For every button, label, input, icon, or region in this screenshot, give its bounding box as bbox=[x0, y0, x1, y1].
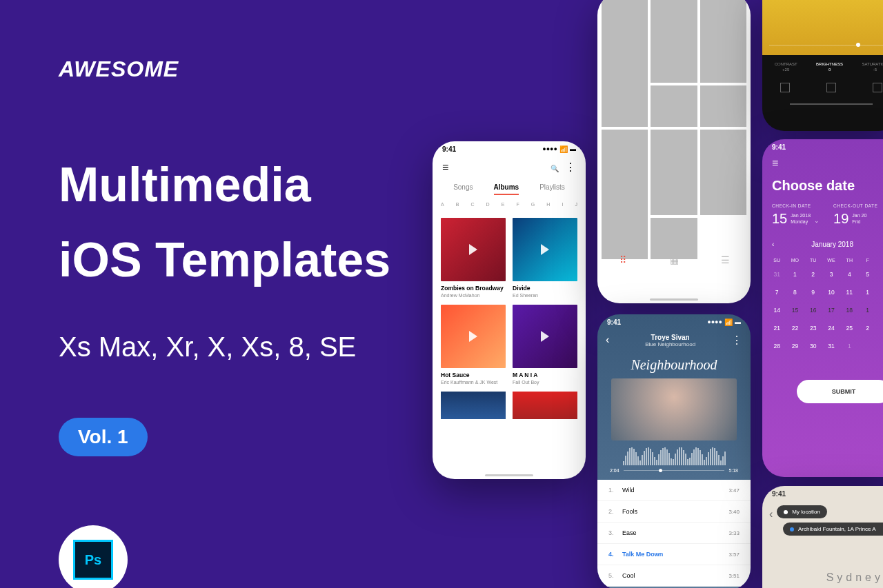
play-icon[interactable] bbox=[513, 305, 577, 368]
photo-thumb[interactable] bbox=[602, 130, 648, 259]
alpha-index[interactable]: ABCDEFGHIJ bbox=[433, 198, 586, 211]
photo-thumb[interactable] bbox=[602, 0, 648, 127]
track-row[interactable]: 2. Fools 3:40 bbox=[597, 501, 751, 523]
photoshop-icon: Ps bbox=[59, 525, 128, 588]
photo-thumb[interactable] bbox=[651, 130, 697, 215]
calendar-day[interactable]: 10 bbox=[822, 283, 840, 301]
calendar-day[interactable]: 25 bbox=[840, 319, 858, 337]
more-icon[interactable] bbox=[731, 334, 742, 347]
search-icon[interactable] bbox=[550, 161, 559, 173]
alpha-letter[interactable]: F bbox=[516, 202, 519, 207]
photo-thumb[interactable] bbox=[700, 0, 746, 83]
calendar-day[interactable]: 1 bbox=[786, 265, 804, 283]
checkout-block[interactable]: CHECK-OUT DATE 19Jan 20Frid bbox=[833, 203, 877, 227]
origin-label: My location bbox=[792, 509, 820, 515]
grid-icon[interactable]: ⠿ bbox=[618, 255, 628, 265]
tile-icon[interactable]: ▦ bbox=[669, 255, 679, 265]
calendar-day[interactable]: 16 bbox=[804, 301, 822, 319]
alpha-letter[interactable]: A bbox=[441, 202, 444, 207]
tab-albums[interactable]: Albums bbox=[494, 183, 519, 195]
more-icon[interactable] bbox=[565, 161, 576, 173]
calendar-day[interactable]: 2 bbox=[858, 319, 876, 337]
album-peek[interactable] bbox=[441, 392, 506, 419]
crop-icon[interactable] bbox=[780, 83, 790, 92]
track-row[interactable]: 4. Talk Me Down 3:57 bbox=[597, 544, 751, 565]
alpha-letter[interactable]: C bbox=[470, 202, 474, 207]
album-cell[interactable]: Zombies on Broadway Andrew McMahon bbox=[441, 218, 506, 298]
calendar-day[interactable]: 31 bbox=[768, 265, 786, 283]
play-icon[interactable] bbox=[441, 305, 506, 368]
alpha-letter[interactable]: B bbox=[456, 202, 459, 207]
alpha-letter[interactable]: H bbox=[546, 202, 550, 207]
calendar-day[interactable]: 1 bbox=[840, 337, 858, 355]
track-row[interactable]: 3. Ease 3:33 bbox=[597, 523, 751, 544]
value-slider[interactable] bbox=[769, 45, 883, 45]
calendar-day[interactable]: 31 bbox=[822, 337, 840, 355]
month-label: January 2018 bbox=[811, 241, 853, 248]
filter-icon[interactable] bbox=[873, 83, 882, 92]
calendar-day[interactable]: 1 bbox=[858, 301, 876, 319]
calendar-day[interactable]: 29 bbox=[786, 337, 804, 355]
back-icon[interactable] bbox=[769, 508, 773, 520]
play-icon[interactable] bbox=[513, 218, 577, 281]
track-row[interactable]: 1. Wild 3:47 bbox=[597, 480, 751, 501]
tab-songs[interactable]: Songs bbox=[453, 183, 473, 195]
calendar-day[interactable]: 24 bbox=[822, 319, 840, 337]
tab-playlists[interactable]: Playlists bbox=[539, 183, 565, 195]
calendar-day[interactable]: 11 bbox=[840, 283, 858, 301]
calendar-day[interactable]: 3 bbox=[822, 265, 840, 283]
menu-icon[interactable] bbox=[442, 161, 452, 174]
calendar-day[interactable]: 28 bbox=[768, 337, 786, 355]
album-peek[interactable] bbox=[513, 392, 577, 419]
submit-button[interactable]: SUBMIT bbox=[797, 380, 883, 403]
adjust-tab[interactable]: SATURATION-5 bbox=[862, 62, 883, 72]
devices-subhead: Xs Max, Xr, X, Xs, 8, SE bbox=[59, 332, 390, 363]
photo-thumb[interactable] bbox=[700, 130, 746, 215]
calendar-day[interactable]: 4 bbox=[840, 265, 858, 283]
play-icon[interactable] bbox=[441, 218, 506, 281]
calendar-day[interactable] bbox=[858, 337, 876, 355]
destination-chip[interactable]: Archibald Fountain, 1A Prince A bbox=[783, 523, 883, 536]
alpha-letter[interactable]: E bbox=[502, 202, 505, 207]
calendar-day[interactable]: 23 bbox=[804, 319, 822, 337]
calendar-day[interactable]: 14 bbox=[768, 301, 786, 319]
calendar-day[interactable]: 21 bbox=[768, 319, 786, 337]
calendar-day[interactable]: 1 bbox=[858, 283, 876, 301]
calendar-day[interactable]: 15 bbox=[786, 301, 804, 319]
calendar-day[interactable]: 30 bbox=[804, 337, 822, 355]
album-cell[interactable]: M A N I A Fall Out Boy bbox=[513, 305, 577, 385]
alpha-letter[interactable]: G bbox=[531, 202, 535, 207]
album-cell[interactable]: Divide Ed Sheeran bbox=[513, 218, 577, 298]
alpha-letter[interactable]: I bbox=[562, 202, 563, 207]
track-row[interactable]: 5. Cool 3:51 bbox=[597, 565, 751, 587]
calendar-day[interactable]: 9 bbox=[804, 283, 822, 301]
scrubber[interactable] bbox=[624, 470, 725, 471]
photo-thumb[interactable] bbox=[700, 85, 746, 127]
calendar-day[interactable]: 8 bbox=[786, 283, 804, 301]
calendar-day[interactable]: 22 bbox=[786, 319, 804, 337]
adjust-icon[interactable] bbox=[826, 83, 836, 92]
photo-thumb[interactable] bbox=[651, 218, 697, 259]
checkin-block[interactable]: CHECK-IN DATE 15Jan 2018Monday bbox=[772, 203, 820, 227]
album-title: Zombies on Broadway bbox=[441, 285, 506, 292]
calendar-day[interactable]: 5 bbox=[858, 265, 876, 283]
calendar-day[interactable]: 18 bbox=[840, 301, 858, 319]
menu-icon[interactable] bbox=[772, 157, 782, 170]
adjust-tab[interactable]: BRIGHTNESS0 bbox=[816, 62, 843, 72]
prev-month-icon[interactable] bbox=[772, 241, 774, 248]
origin-chip[interactable]: My location bbox=[777, 505, 826, 518]
photo-thumb[interactable] bbox=[651, 0, 697, 83]
calendar-day[interactable]: 7 bbox=[768, 283, 786, 301]
alpha-letter[interactable]: J bbox=[575, 202, 577, 207]
album-cell[interactable]: Hot Sauce Eric Kauffmann & JK West bbox=[441, 305, 506, 385]
progress[interactable]: 2:04 5:18 bbox=[597, 465, 751, 480]
track-number: 1. bbox=[608, 487, 622, 494]
dow-label: SU bbox=[768, 255, 786, 265]
calendar-day[interactable]: 17 bbox=[822, 301, 840, 319]
calendar-day[interactable]: 2 bbox=[804, 265, 822, 283]
album-title: Hot Sauce bbox=[441, 372, 506, 378]
adjust-tab[interactable]: CONTRAST+25 bbox=[775, 62, 797, 72]
alpha-letter[interactable]: D bbox=[486, 202, 490, 207]
list-icon[interactable]: ☰ bbox=[720, 255, 730, 265]
photo-thumb[interactable] bbox=[651, 85, 697, 127]
